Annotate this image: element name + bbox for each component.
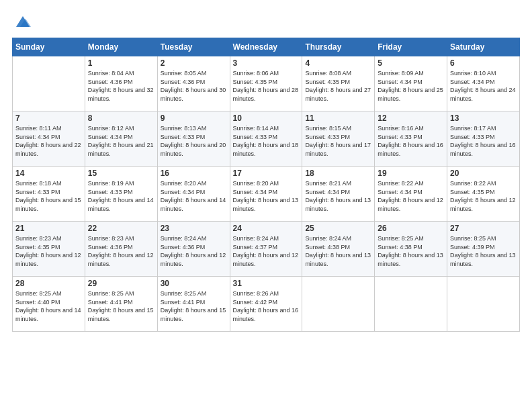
day-number: 8 (88, 113, 154, 123)
calendar-cell: 24Sunrise: 8:24 AMSunset: 4:37 PMDayligh… (230, 222, 302, 277)
day-info: Sunrise: 8:25 AMSunset: 4:40 PMDaylight:… (15, 289, 82, 323)
day-number: 4 (305, 58, 371, 68)
calendar-table: SundayMondayTuesdayWednesdayThursdayFrid… (12, 38, 520, 332)
week-row-3: 14Sunrise: 8:18 AMSunset: 4:33 PMDayligh… (13, 167, 520, 222)
calendar-cell: 19Sunrise: 8:22 AMSunset: 4:34 PMDayligh… (375, 167, 447, 222)
calendar-cell: 29Sunrise: 8:25 AMSunset: 4:41 PMDayligh… (85, 277, 157, 332)
calendar-cell: 10Sunrise: 8:14 AMSunset: 4:33 PMDayligh… (230, 111, 302, 167)
day-info: Sunrise: 8:08 AMSunset: 4:35 PMDaylight:… (305, 69, 371, 103)
calendar-cell: 30Sunrise: 8:25 AMSunset: 4:41 PMDayligh… (157, 277, 230, 332)
day-info: Sunrise: 8:04 AMSunset: 4:36 PMDaylight:… (88, 69, 154, 103)
calendar-cell: 15Sunrise: 8:19 AMSunset: 4:33 PMDayligh… (85, 167, 157, 222)
calendar-cell: 28Sunrise: 8:25 AMSunset: 4:40 PMDayligh… (13, 277, 85, 332)
day-info: Sunrise: 8:12 AMSunset: 4:34 PMDaylight:… (88, 124, 154, 158)
day-info: Sunrise: 8:16 AMSunset: 4:33 PMDaylight:… (378, 124, 444, 158)
calendar-cell: 14Sunrise: 8:18 AMSunset: 4:33 PMDayligh… (13, 167, 85, 222)
day-info: Sunrise: 8:21 AMSunset: 4:34 PMDaylight:… (305, 179, 371, 213)
day-number: 29 (88, 279, 154, 288)
calendar-cell: 25Sunrise: 8:24 AMSunset: 4:38 PMDayligh… (302, 222, 375, 277)
day-number: 25 (305, 224, 371, 233)
calendar-cell: 16Sunrise: 8:20 AMSunset: 4:34 PMDayligh… (157, 167, 230, 222)
day-number: 18 (305, 169, 371, 178)
day-number: 9 (161, 113, 227, 123)
page: SundayMondayTuesdayWednesdayThursdayFrid… (0, 0, 532, 411)
day-number: 21 (15, 224, 82, 233)
day-number: 24 (233, 224, 300, 233)
week-row-5: 28Sunrise: 8:25 AMSunset: 4:40 PMDayligh… (13, 277, 520, 332)
day-info: Sunrise: 8:25 AMSunset: 4:38 PMDaylight:… (378, 234, 444, 268)
day-info: Sunrise: 8:18 AMSunset: 4:33 PMDaylight:… (15, 179, 82, 213)
day-number: 31 (233, 279, 300, 288)
calendar-cell: 12Sunrise: 8:16 AMSunset: 4:33 PMDayligh… (375, 111, 447, 167)
day-number: 19 (378, 169, 444, 178)
day-info: Sunrise: 8:24 AMSunset: 4:36 PMDaylight:… (161, 234, 227, 268)
day-number: 17 (233, 169, 300, 178)
weekday-header-sunday: Sunday (13, 38, 85, 56)
day-info: Sunrise: 8:22 AMSunset: 4:35 PMDaylight:… (450, 179, 517, 213)
day-info: Sunrise: 8:20 AMSunset: 4:34 PMDaylight:… (233, 179, 300, 213)
day-number: 3 (233, 58, 300, 68)
day-number: 11 (305, 113, 371, 123)
day-info: Sunrise: 8:24 AMSunset: 4:38 PMDaylight:… (305, 234, 371, 268)
logo-icon (13, 12, 32, 31)
day-number: 27 (450, 224, 517, 233)
day-info: Sunrise: 8:23 AMSunset: 4:35 PMDaylight:… (15, 234, 82, 268)
day-number: 10 (233, 113, 300, 123)
weekday-header-thursday: Thursday (302, 38, 375, 56)
calendar-cell (375, 277, 447, 332)
day-info: Sunrise: 8:20 AMSunset: 4:34 PMDaylight:… (161, 179, 227, 213)
header (12, 12, 520, 31)
day-info: Sunrise: 8:25 AMSunset: 4:39 PMDaylight:… (450, 234, 517, 268)
weekday-header-saturday: Saturday (447, 38, 520, 56)
day-number: 26 (378, 224, 444, 233)
day-number: 13 (450, 113, 517, 123)
weekday-header-tuesday: Tuesday (157, 38, 230, 56)
weekday-header-friday: Friday (375, 38, 447, 56)
day-info: Sunrise: 8:11 AMSunset: 4:34 PMDaylight:… (15, 124, 82, 158)
day-number: 6 (450, 58, 517, 68)
weekday-header-row: SundayMondayTuesdayWednesdayThursdayFrid… (13, 38, 520, 56)
day-number: 22 (88, 224, 154, 233)
calendar-cell (302, 277, 375, 332)
calendar-cell: 18Sunrise: 8:21 AMSunset: 4:34 PMDayligh… (302, 167, 375, 222)
day-number: 2 (161, 58, 227, 68)
day-info: Sunrise: 8:09 AMSunset: 4:34 PMDaylight:… (378, 69, 444, 103)
day-number: 28 (15, 279, 82, 288)
calendar-cell: 3Sunrise: 8:06 AMSunset: 4:35 PMDaylight… (230, 56, 302, 111)
day-info: Sunrise: 8:25 AMSunset: 4:41 PMDaylight:… (88, 289, 154, 323)
day-number: 23 (161, 224, 227, 233)
day-info: Sunrise: 8:15 AMSunset: 4:33 PMDaylight:… (305, 124, 371, 158)
calendar-cell: 22Sunrise: 8:23 AMSunset: 4:36 PMDayligh… (85, 222, 157, 277)
day-number: 1 (88, 58, 154, 68)
day-info: Sunrise: 8:06 AMSunset: 4:35 PMDaylight:… (233, 69, 300, 103)
day-number: 16 (161, 169, 227, 178)
calendar-cell: 31Sunrise: 8:26 AMSunset: 4:42 PMDayligh… (230, 277, 302, 332)
day-info: Sunrise: 8:05 AMSunset: 4:36 PMDaylight:… (161, 69, 227, 103)
calendar-cell: 17Sunrise: 8:20 AMSunset: 4:34 PMDayligh… (230, 167, 302, 222)
calendar-cell: 4Sunrise: 8:08 AMSunset: 4:35 PMDaylight… (302, 56, 375, 111)
calendar-cell: 7Sunrise: 8:11 AMSunset: 4:34 PMDaylight… (13, 111, 85, 167)
calendar-cell: 27Sunrise: 8:25 AMSunset: 4:39 PMDayligh… (447, 222, 520, 277)
calendar-cell: 11Sunrise: 8:15 AMSunset: 4:33 PMDayligh… (302, 111, 375, 167)
day-number: 5 (378, 58, 444, 68)
calendar-cell (13, 56, 85, 111)
day-info: Sunrise: 8:25 AMSunset: 4:41 PMDaylight:… (161, 289, 227, 323)
calendar-cell: 20Sunrise: 8:22 AMSunset: 4:35 PMDayligh… (447, 167, 520, 222)
calendar-cell: 5Sunrise: 8:09 AMSunset: 4:34 PMDaylight… (375, 56, 447, 111)
weekday-header-monday: Monday (85, 38, 157, 56)
week-row-4: 21Sunrise: 8:23 AMSunset: 4:35 PMDayligh… (13, 222, 520, 277)
day-info: Sunrise: 8:22 AMSunset: 4:34 PMDaylight:… (378, 179, 444, 213)
calendar-cell: 9Sunrise: 8:13 AMSunset: 4:33 PMDaylight… (157, 111, 230, 167)
day-number: 7 (15, 113, 82, 123)
day-number: 14 (15, 169, 82, 178)
day-info: Sunrise: 8:13 AMSunset: 4:33 PMDaylight:… (161, 124, 227, 158)
day-number: 30 (161, 279, 227, 288)
calendar-cell: 1Sunrise: 8:04 AMSunset: 4:36 PMDaylight… (85, 56, 157, 111)
day-number: 15 (88, 169, 154, 178)
week-row-2: 7Sunrise: 8:11 AMSunset: 4:34 PMDaylight… (13, 111, 520, 167)
day-info: Sunrise: 8:26 AMSunset: 4:42 PMDaylight:… (233, 289, 300, 323)
day-info: Sunrise: 8:19 AMSunset: 4:33 PMDaylight:… (88, 179, 154, 213)
day-number: 20 (450, 169, 517, 178)
calendar-cell (447, 277, 520, 332)
weekday-header-wednesday: Wednesday (230, 38, 302, 56)
